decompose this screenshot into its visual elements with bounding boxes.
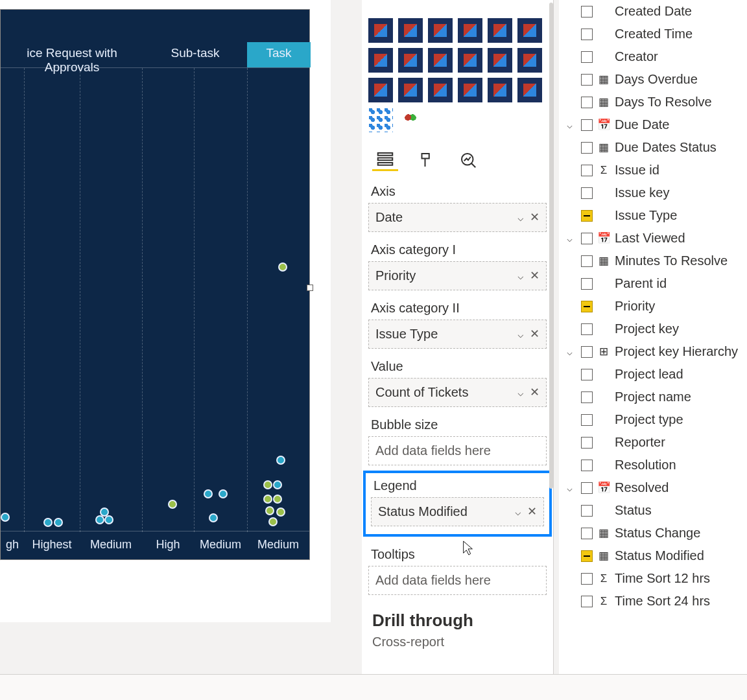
field-row[interactable]: ⌵📅Last Viewed <box>559 227 747 250</box>
field-row[interactable]: Created Time <box>559 23 747 45</box>
expand-icon[interactable]: ⌵ <box>562 233 577 244</box>
visual-type-icon[interactable] <box>428 78 453 102</box>
visual-type-icon[interactable] <box>517 48 542 73</box>
field-row[interactable]: Creator <box>559 45 747 68</box>
visual-type-icon[interactable] <box>398 18 423 43</box>
field-checkbox[interactable] <box>581 51 593 63</box>
field-row[interactable]: ⌵⊞Project key Hierarchy <box>559 340 747 363</box>
chevron-down-icon[interactable]: ⌵ <box>515 506 521 518</box>
field-checkbox[interactable] <box>581 233 593 244</box>
visual-type-icon[interactable] <box>458 18 482 43</box>
field-checkbox[interactable] <box>581 573 593 585</box>
field-checkbox[interactable] <box>581 210 593 222</box>
expand-icon[interactable]: ⌵ <box>562 119 577 131</box>
chart-visual[interactable]: ice Request with Approvals Sub-task Task <box>0 9 310 560</box>
field-checkbox[interactable] <box>581 97 593 108</box>
visual-type-icon[interactable] <box>368 78 393 102</box>
field-row[interactable]: ⌵📅Resolved <box>559 476 747 499</box>
well-bubble-size[interactable]: Add data fields here <box>368 436 547 465</box>
field-row[interactable]: ▦Status Modified <box>559 544 747 567</box>
visual-type-icon[interactable] <box>368 108 393 132</box>
data-point[interactable] <box>54 518 63 527</box>
field-row[interactable]: ▦Due Dates Status <box>559 136 747 159</box>
well-axis-category-1[interactable]: Priority ⌵ ✕ <box>368 261 547 290</box>
data-point[interactable] <box>265 506 274 515</box>
field-checkbox[interactable] <box>581 528 593 539</box>
data-point[interactable] <box>263 495 272 504</box>
remove-field-icon[interactable]: ✕ <box>530 210 540 224</box>
remove-field-icon[interactable]: ✕ <box>527 504 537 519</box>
field-checkbox[interactable] <box>581 460 593 471</box>
data-point[interactable] <box>95 515 104 524</box>
data-point[interactable] <box>104 515 113 524</box>
data-point[interactable] <box>276 456 285 465</box>
field-row[interactable]: ΣTime Sort 12 hrs <box>559 567 747 590</box>
field-checkbox[interactable] <box>581 369 593 380</box>
field-row[interactable]: ▦Days Overdue <box>559 68 747 91</box>
remove-field-icon[interactable]: ✕ <box>530 385 540 399</box>
field-checkbox[interactable] <box>581 278 593 290</box>
visual-type-icon[interactable] <box>488 18 512 43</box>
field-checkbox[interactable] <box>581 596 593 607</box>
visual-type-icon[interactable] <box>398 108 423 132</box>
field-checkbox[interactable] <box>581 74 593 86</box>
data-point[interactable] <box>278 262 287 272</box>
field-checkbox[interactable] <box>581 505 593 517</box>
data-point[interactable] <box>168 500 177 509</box>
field-checkbox[interactable] <box>581 142 593 154</box>
visual-type-icon[interactable] <box>398 78 423 102</box>
data-point[interactable] <box>43 518 53 527</box>
expand-icon[interactable]: ⌵ <box>562 482 577 494</box>
field-row[interactable]: Issue Type <box>559 204 747 227</box>
data-point[interactable] <box>263 480 272 489</box>
field-row[interactable]: ▦Minutes To Resolve <box>559 250 747 272</box>
field-checkbox[interactable] <box>581 550 593 562</box>
field-row[interactable]: ▦Days To Resolve <box>559 91 747 113</box>
well-legend[interactable]: Status Modified ⌵ ✕ <box>371 497 544 526</box>
field-checkbox[interactable] <box>581 301 593 312</box>
field-checkbox[interactable] <box>581 187 593 199</box>
well-axis-category-2[interactable]: Issue Type ⌵ ✕ <box>368 320 547 349</box>
format-tab[interactable] <box>414 149 440 171</box>
chevron-down-icon[interactable]: ⌵ <box>517 386 524 399</box>
field-checkbox[interactable] <box>581 165 593 176</box>
field-row[interactable]: Issue key <box>559 181 747 204</box>
field-row[interactable]: ▦Status Change <box>559 522 747 544</box>
field-row[interactable]: ΣIssue id <box>559 159 747 181</box>
field-row[interactable]: Parent id <box>559 272 747 295</box>
data-point[interactable] <box>268 517 278 526</box>
visual-type-icon[interactable] <box>428 18 453 43</box>
data-point[interactable] <box>100 508 109 517</box>
field-row[interactable]: Project lead <box>559 363 747 386</box>
analytics-tab[interactable] <box>455 149 481 171</box>
visual-type-icon[interactable] <box>368 18 393 43</box>
visual-type-icon[interactable] <box>488 78 512 102</box>
field-row[interactable]: Project key <box>559 318 747 340</box>
field-checkbox[interactable] <box>581 391 593 403</box>
field-checkbox[interactable] <box>581 255 593 267</box>
field-row[interactable]: ⌵📅Due Date <box>559 113 747 136</box>
visual-type-icon[interactable] <box>517 18 542 43</box>
well-tooltips[interactable]: Add data fields here <box>368 566 547 595</box>
visual-type-icon[interactable] <box>368 48 393 73</box>
field-row[interactable]: Resolution <box>559 454 747 476</box>
chevron-down-icon[interactable]: ⌵ <box>517 328 524 340</box>
expand-icon[interactable]: ⌵ <box>562 346 577 358</box>
field-checkbox[interactable] <box>581 6 593 18</box>
field-row[interactable]: Reporter <box>559 431 747 454</box>
field-row[interactable]: Priority <box>559 295 747 318</box>
scrollbar[interactable] <box>549 3 553 489</box>
visual-type-icon[interactable] <box>517 78 542 102</box>
field-row[interactable]: ΣTime Sort 24 hrs <box>559 590 747 612</box>
data-point[interactable] <box>219 489 228 498</box>
field-checkbox[interactable] <box>581 119 593 131</box>
well-axis[interactable]: Date ⌵ ✕ <box>368 203 547 232</box>
visual-type-icon[interactable] <box>458 48 482 73</box>
data-point[interactable] <box>273 495 282 504</box>
data-point[interactable] <box>209 513 218 522</box>
well-value-field[interactable]: Count of Tickets ⌵ ✕ <box>368 378 547 407</box>
field-row[interactable]: Project type <box>559 408 747 431</box>
remove-field-icon[interactable]: ✕ <box>530 268 540 283</box>
field-checkbox[interactable] <box>581 482 593 494</box>
visual-type-icon[interactable] <box>398 48 423 73</box>
